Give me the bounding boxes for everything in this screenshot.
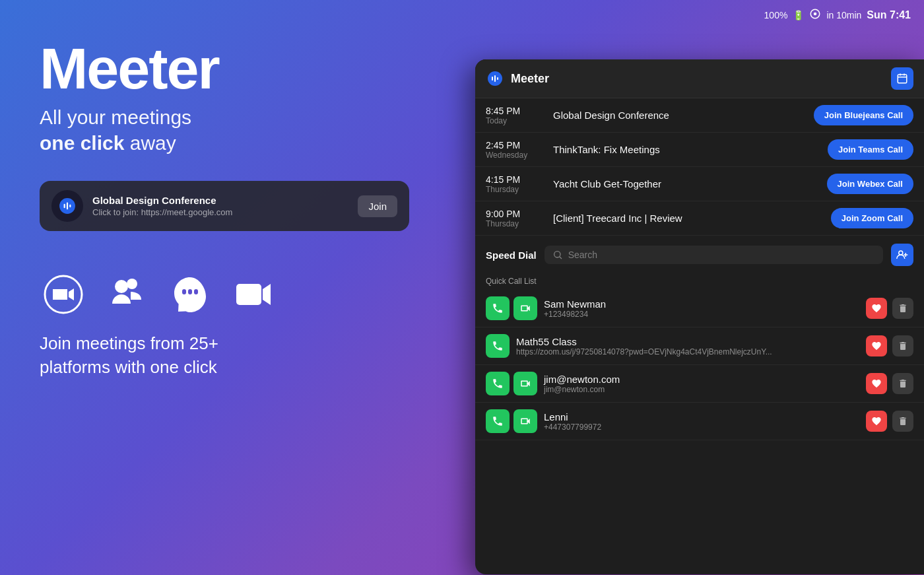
delete-button-0[interactable] — [892, 298, 913, 319]
contact-row-1: Math55 Class https://zoom.us/j/972508140… — [475, 327, 924, 365]
meeting-title-1: ThinkTank: Fix Meetings — [553, 144, 820, 155]
meeting-time-3: 9:00 PM Thursday — [486, 209, 545, 228]
svg-rect-8 — [182, 289, 186, 294]
join-text-line1: Join meetings from 25+ — [40, 333, 218, 353]
meeting-time-1: 2:45 PM Wednesday — [486, 140, 545, 160]
contact-call-actions-0 — [486, 296, 537, 320]
meeting-time-0: 8:45 PM Today — [486, 106, 545, 125]
contact-right-actions-3 — [866, 411, 913, 432]
phone-call-button-3[interactable] — [486, 409, 510, 433]
notif-title: Global Design Conference — [92, 195, 348, 206]
meeting-time-main-2: 4:15 PM — [486, 174, 545, 185]
left-panel: Meeter All your meetings one click away … — [0, 0, 449, 575]
app-header-icon — [486, 69, 504, 88]
svg-point-22 — [899, 251, 903, 255]
zoom-camera-icon — [230, 271, 277, 318]
contact-info-0: Sam Newman +123498234 — [544, 298, 859, 319]
delete-button-2[interactable] — [892, 373, 913, 394]
svg-point-20 — [554, 252, 560, 257]
contact-detail-2: jim@newton.com — [544, 385, 859, 394]
contact-info-3: Lenni +447307799972 — [544, 411, 859, 432]
meeting-time-2: 4:15 PM Thursday — [486, 174, 545, 194]
notif-join-button[interactable]: Join — [358, 195, 397, 217]
app-window-title: Meeter — [511, 72, 549, 86]
favorite-button-3[interactable] — [866, 411, 887, 432]
phone-call-button-1[interactable] — [486, 334, 510, 358]
search-bar[interactable] — [544, 246, 883, 264]
svg-point-0 — [814, 13, 817, 16]
person-add-icon — [896, 249, 908, 261]
battery-icon: 🔋 — [793, 10, 804, 20]
status-time-label: in 10min — [826, 10, 861, 20]
speed-dial-section: Speed Dial — [475, 236, 924, 274]
join-bluejeans-button[interactable]: Join Bluejeans Call — [814, 105, 913, 125]
contact-call-actions-1 — [486, 334, 510, 358]
phone-call-button-0[interactable] — [486, 296, 510, 320]
video-call-button-3[interactable] — [513, 409, 537, 433]
subtitle-rest: away — [124, 132, 176, 154]
search-input[interactable] — [568, 250, 875, 260]
svg-rect-9 — [188, 289, 192, 294]
speed-dial-add-button[interactable] — [891, 244, 913, 266]
join-text: Join meetings from 25+ platforms with on… — [40, 331, 416, 380]
contact-row-2: jim@newton.com jim@newton.com — [475, 365, 924, 403]
contact-right-actions-0 — [866, 298, 913, 319]
meeting-row: 2:45 PM Wednesday ThinkTank: Fix Meeting… — [475, 133, 924, 167]
meeting-day-2: Thursday — [486, 185, 545, 194]
svg-rect-2 — [64, 204, 65, 209]
contact-name-0: Sam Newman — [544, 298, 859, 310]
contact-name-1: Math55 Class — [516, 336, 859, 347]
svg-rect-15 — [497, 77, 498, 80]
status-time: Sun 7:41 — [867, 9, 911, 21]
favorite-button-0[interactable] — [866, 298, 887, 319]
meeting-time-main-3: 9:00 PM — [486, 209, 545, 219]
subtitle-text1: All your meetings — [40, 106, 191, 128]
meeting-row: 4:15 PM Thursday Yacht Club Get-Together… — [475, 167, 924, 201]
meeting-time-main-1: 2:45 PM — [486, 140, 545, 151]
app-header: Meeter — [475, 59, 924, 98]
favorite-button-1[interactable] — [866, 335, 887, 356]
zoom-icon — [40, 271, 87, 318]
hangouts-icon — [166, 271, 214, 318]
meeting-title-2: Yacht Club Get-Together — [553, 178, 819, 189]
svg-rect-4 — [69, 205, 71, 207]
svg-point-7 — [115, 280, 128, 293]
join-teams-button[interactable]: Join Teams Call — [828, 139, 913, 160]
favorite-button-2[interactable] — [866, 373, 887, 394]
svg-line-21 — [560, 257, 562, 259]
join-text-line2: platforms with one click — [40, 357, 217, 377]
quick-call-list-label: Quick Call List — [475, 274, 924, 290]
search-icon — [552, 250, 563, 260]
contact-row-3: Lenni +447307799972 — [475, 403, 924, 440]
svg-point-6 — [127, 279, 137, 289]
meeting-day-1: Wednesday — [486, 151, 545, 160]
subtitle-line1: All your meetings one click away — [40, 104, 416, 156]
join-webex-button[interactable]: Join Webex Call — [827, 174, 913, 194]
meeting-row: 9:00 PM Thursday [Client] Treecard Inc |… — [475, 201, 924, 236]
delete-button-1[interactable] — [892, 335, 913, 356]
speed-dial-label: Speed Dial — [486, 250, 537, 261]
meeting-row: 8:45 PM Today Global Design Conference J… — [475, 98, 924, 133]
notification-card: Global Design Conference Click to join: … — [40, 181, 409, 231]
contact-right-actions-1 — [866, 335, 913, 356]
contact-detail-1: https://zoom.us/j/97250814078?pwd=OEVjNk… — [516, 347, 859, 356]
meeting-title-0: Global Design Conference — [553, 110, 806, 121]
svg-rect-10 — [194, 289, 198, 294]
svg-rect-16 — [898, 75, 907, 83]
video-call-button-2[interactable] — [513, 372, 537, 395]
contact-name-2: jim@newton.com — [544, 374, 859, 385]
contact-name-3: Lenni — [544, 411, 859, 423]
contact-info-2: jim@newton.com jim@newton.com — [544, 374, 859, 394]
join-zoom-button[interactable]: Join Zoom Call — [831, 208, 913, 228]
app-window: Meeter 8:45 PM Today Global Design Confe… — [475, 59, 924, 574]
meeting-title-3: [Client] Treecard Inc | Review — [553, 213, 823, 224]
app-title: Meeter — [40, 40, 416, 98]
calendar-button[interactable] — [891, 67, 913, 90]
delete-button-3[interactable] — [892, 411, 913, 432]
notif-app-icon — [51, 190, 83, 222]
svg-rect-3 — [67, 203, 68, 210]
contact-right-actions-2 — [866, 373, 913, 394]
phone-call-button-2[interactable] — [486, 372, 510, 395]
video-call-button-0[interactable] — [513, 296, 537, 320]
meeting-day-3: Thursday — [486, 219, 545, 228]
